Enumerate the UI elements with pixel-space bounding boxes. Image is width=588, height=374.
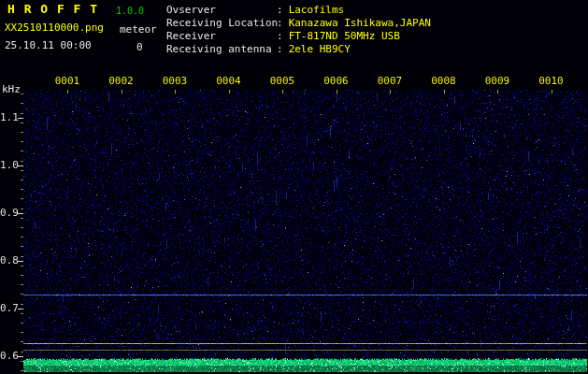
station-info: Ovserver:LacofilmsReceiving Location:Kan… <box>166 4 431 56</box>
freq-axis-label: 0.8 <box>0 255 18 266</box>
time-axis: 0001000200030004000500060007000800090010 <box>0 76 588 87</box>
spectrogram-canvas <box>0 0 588 374</box>
time-axis-label: 0005 <box>263 76 302 87</box>
time-axis-label: 0002 <box>102 76 141 87</box>
station-info-separator: : <box>277 43 283 55</box>
time-axis-label: 0006 <box>317 76 356 87</box>
station-info-value: 2ele HB9CY <box>289 43 351 55</box>
station-info-separator: : <box>277 17 283 29</box>
station-info-label: Ovserver <box>166 4 277 17</box>
station-info-label: Receiver <box>166 30 277 43</box>
station-info-value: Lacofilms <box>289 4 345 16</box>
station-info-value: FT-817ND 50MHz USB <box>289 30 400 42</box>
station-info-row: Receiver:FT-817ND 50MHz USB <box>166 30 431 43</box>
freq-axis-label: 0.7 <box>0 303 18 314</box>
freq-axis-label: 0.6 <box>0 351 18 362</box>
time-axis-label: 0003 <box>155 76 194 87</box>
station-info-label: Receiving antenna <box>166 43 277 56</box>
station-info-row: Ovserver:Lacofilms <box>166 4 431 17</box>
freq-axis-label: 0.9 <box>0 208 18 219</box>
time-axis-label: 0007 <box>370 76 409 87</box>
station-info-label: Receiving Location <box>166 17 277 30</box>
station-info-row: Receiving antenna:2ele HB9CY <box>166 43 431 56</box>
mode-label: meteor <box>120 24 157 36</box>
time-axis-label: 0009 <box>478 76 517 87</box>
time-axis-label: 0010 <box>532 76 571 87</box>
hrofft-window: H R O F F T 1.0.0 XX2510110000.png meteo… <box>0 0 588 374</box>
station-info-separator: : <box>277 4 283 16</box>
app-version: 1.0.0 <box>116 6 144 17</box>
freq-axis-label: 1.0 <box>0 160 18 171</box>
meteor-count: 0 <box>136 42 143 53</box>
time-axis-label: 0004 <box>209 76 249 87</box>
time-axis-label: 0001 <box>48 76 87 87</box>
station-info-separator: : <box>277 30 283 42</box>
station-info-value: Kanazawa Ishikawa,JAPAN <box>289 17 431 29</box>
station-info-row: Receiving Location:Kanazawa Ishikawa,JAP… <box>166 17 431 30</box>
time-axis-label: 0008 <box>424 76 464 87</box>
freq-axis-label: 1.1 <box>0 112 18 123</box>
freq-axis: 1.11.00.90.80.70.6 <box>0 0 23 374</box>
